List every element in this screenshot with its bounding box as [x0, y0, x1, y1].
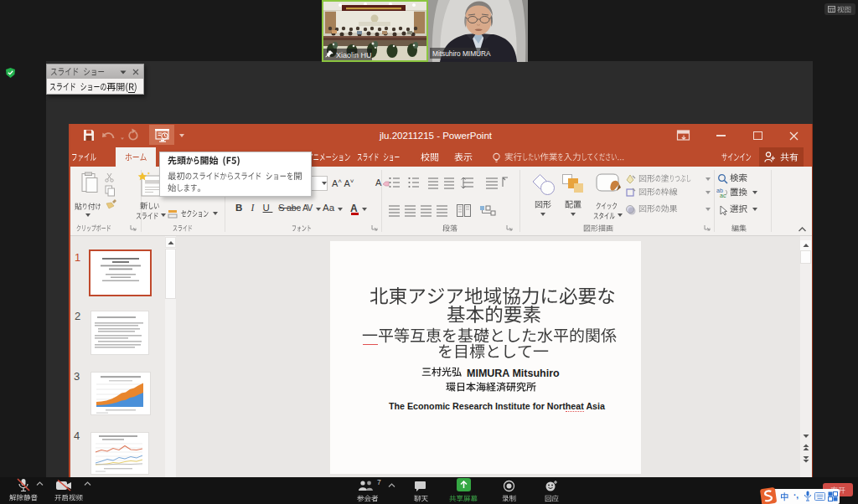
svg-text:ac: ac — [720, 193, 726, 198]
svg-text:Xiaolin HU: Xiaolin HU — [336, 51, 372, 59]
svg-text:Mitsuhiro MIMURA: Mitsuhiro MIMURA — [432, 49, 491, 58]
